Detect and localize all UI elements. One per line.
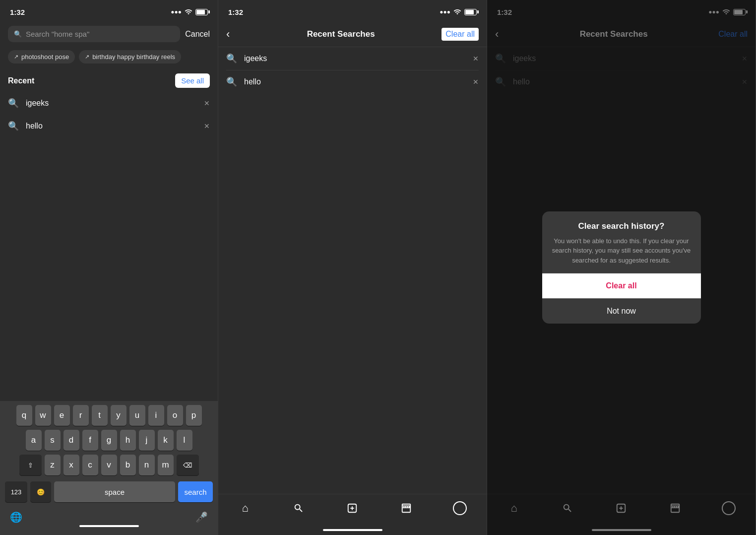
key-w[interactable]: w [35, 405, 51, 426]
search-item-p2-1[interactable]: 🔍 igeeks ✕ [218, 47, 487, 70]
nav-create-2[interactable] [343, 499, 361, 517]
cancel-button[interactable]: Cancel [185, 30, 210, 39]
home-indicator-1 [79, 525, 139, 527]
globe-icon[interactable]: 🌐 [10, 511, 22, 523]
dialog-title: Clear search history? [552, 221, 691, 231]
dialog-cancel-button[interactable]: Not now [542, 299, 701, 324]
key-i[interactable]: i [148, 405, 164, 426]
key-j[interactable]: j [139, 430, 155, 451]
key-g[interactable]: g [101, 430, 117, 451]
battery-icon-2 [464, 9, 477, 15]
dialog-overlay: Clear search history? You won't be able … [487, 0, 756, 535]
mic-icon[interactable]: 🎤 [195, 511, 208, 523]
profile-circle-2 [453, 501, 467, 515]
close-icon-2[interactable]: ✕ [204, 122, 210, 130]
battery-icon-1 [195, 9, 208, 15]
close-icon-p2-1[interactable]: ✕ [473, 55, 479, 63]
search-text-p2-2: hello [244, 77, 466, 86]
dialog-clear-button[interactable]: Clear all [542, 273, 701, 298]
status-bar-1: 1:32 ●●● [0, 0, 218, 22]
key-o[interactable]: o [167, 405, 183, 426]
key-u[interactable]: u [129, 405, 145, 426]
clear-all-button-2[interactable]: Clear all [441, 28, 479, 41]
key-backspace[interactable]: ⌫ [177, 455, 199, 475]
status-icons-2: ●●● [440, 8, 477, 16]
panel2-title: Recent Searches [245, 29, 437, 39]
status-time-2: 1:32 [228, 8, 243, 16]
key-k[interactable]: k [158, 430, 174, 451]
search-text-p2-1: igeeks [244, 54, 466, 63]
signal-icon-1: ●●● [171, 8, 182, 15]
close-icon-1[interactable]: ✕ [204, 99, 210, 107]
key-123[interactable]: 123 [5, 481, 27, 502]
search-icon-item-1: 🔍 [8, 98, 19, 109]
keyboard-row-3: ⇧ z x c v b n m ⌫ [2, 455, 216, 475]
search-icon-p2-2: 🔍 [226, 76, 237, 87]
panel-2-recent: 1:32 ●●● ‹ Recent Searches Clear all 🔍 i… [218, 0, 487, 535]
dialog-content: Clear search history? You won't be able … [542, 211, 701, 273]
key-x[interactable]: x [63, 455, 79, 475]
key-t[interactable]: t [92, 405, 108, 426]
search-input-box[interactable]: 🔍 Search "home spa" [8, 26, 180, 42]
panel-1-search: 1:32 ●●● 🔍 Search "home spa" Cancel ↗ ph… [0, 0, 218, 535]
recent-label: Recent [8, 76, 34, 85]
search-icon-1: 🔍 [14, 30, 22, 38]
panel2-header: ‹ Recent Searches Clear all [218, 22, 487, 47]
nav-profile-2[interactable] [451, 499, 469, 517]
wifi-icon-2 [453, 8, 461, 16]
key-shift[interactable]: ⇧ [19, 455, 42, 475]
keyboard[interactable]: q w e r t y u i o p a s d f g h j k l ⇧ … [0, 401, 218, 535]
wifi-icon-1 [185, 8, 192, 16]
nav-reels-2[interactable] [397, 499, 415, 517]
key-c[interactable]: c [82, 455, 98, 475]
key-z[interactable]: z [45, 455, 61, 475]
suggestion-chips: ↗ photoshoot pose ↗ birthday happy birth… [0, 46, 218, 67]
chip-text-2: birthday happy birthday reels [92, 53, 175, 61]
search-item-text-1: igeeks [26, 99, 197, 108]
search-item-text-2: hello [26, 122, 197, 131]
key-n[interactable]: n [139, 455, 155, 475]
chip-2[interactable]: ↗ birthday happy birthday reels [79, 50, 181, 64]
key-e[interactable]: e [54, 405, 70, 426]
key-b[interactable]: b [120, 455, 136, 475]
chip-arrow-2: ↗ [85, 54, 89, 60]
recent-header: Recent See all [0, 67, 218, 92]
see-all-button[interactable]: See all [175, 73, 210, 88]
panel-3-dialog: 1:32 ●●● ‹ Recent Searches Clear all 🔍 i… [487, 0, 756, 535]
bottom-nav-2: ⌂ [218, 494, 487, 527]
chip-1[interactable]: ↗ photoshoot pose [8, 50, 75, 64]
key-y[interactable]: y [111, 405, 126, 426]
key-m[interactable]: m [158, 455, 174, 475]
back-button-2[interactable]: ‹ [226, 28, 240, 41]
search-item-2[interactable]: 🔍 hello ✕ [0, 115, 218, 137]
home-indicator-2 [323, 529, 382, 531]
key-a[interactable]: a [26, 430, 42, 451]
key-l[interactable]: l [177, 430, 192, 451]
key-h[interactable]: h [120, 430, 136, 451]
close-icon-p2-2[interactable]: ✕ [473, 78, 479, 86]
keyboard-bottom-row: 123 😊 space search [2, 479, 216, 510]
nav-search-2[interactable] [290, 499, 308, 517]
key-d[interactable]: d [63, 430, 79, 451]
chip-arrow-1: ↗ [14, 54, 18, 60]
status-bar-2: 1:32 ●●● [218, 0, 487, 22]
key-q[interactable]: q [16, 405, 32, 426]
search-item-p2-2[interactable]: 🔍 hello ✕ [218, 70, 487, 93]
search-bar-1[interactable]: 🔍 Search "home spa" Cancel [0, 22, 218, 46]
key-space[interactable]: space [54, 481, 175, 502]
dialog-message: You won't be able to undo this. If you c… [552, 236, 691, 266]
search-placeholder: Search "home spa" [26, 30, 89, 38]
key-v[interactable]: v [101, 455, 117, 475]
key-r[interactable]: r [73, 405, 89, 426]
key-s[interactable]: s [45, 430, 61, 451]
key-emoji[interactable]: 😊 [30, 481, 51, 502]
search-item-1[interactable]: 🔍 igeeks ✕ [0, 92, 218, 115]
nav-home-2[interactable]: ⌂ [236, 499, 254, 517]
key-p[interactable]: p [186, 405, 202, 426]
status-time-1: 1:32 [10, 8, 25, 16]
keyboard-row-2: a s d f g h j k l [2, 430, 216, 451]
key-f[interactable]: f [82, 430, 98, 451]
search-icon-item-2: 🔍 [8, 121, 19, 132]
search-icon-p2-1: 🔍 [226, 53, 237, 64]
key-search[interactable]: search [178, 481, 213, 502]
